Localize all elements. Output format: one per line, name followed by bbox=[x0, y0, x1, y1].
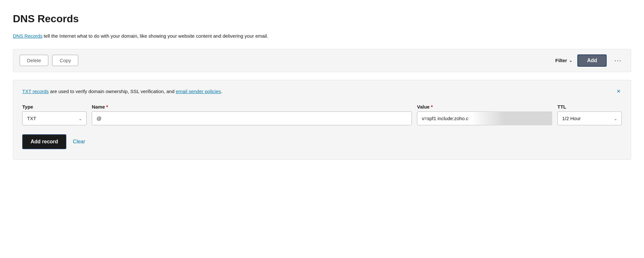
delete-button[interactable]: Delete bbox=[20, 55, 48, 66]
value-required-star: * bbox=[431, 104, 433, 110]
name-input[interactable] bbox=[92, 111, 412, 125]
filter-button[interactable]: Filter ⌄ bbox=[555, 58, 573, 63]
copy-button[interactable]: Copy bbox=[52, 55, 78, 66]
info-banner-text: TXT records are used to verify domain ow… bbox=[22, 88, 222, 95]
value-input-wrapper bbox=[417, 111, 552, 125]
email-sender-policies-link[interactable]: email sender policies bbox=[176, 89, 221, 94]
ttl-select-wrapper: 1/2 Hour 1 Hour 2 Hours 4 Hours 8 Hours … bbox=[557, 111, 622, 125]
actions-row: Add record Clear bbox=[22, 134, 622, 149]
value-input[interactable] bbox=[417, 111, 552, 125]
name-required-star: * bbox=[106, 104, 108, 110]
page-title: DNS Records bbox=[13, 13, 631, 25]
add-button[interactable]: Add bbox=[577, 54, 607, 67]
ttl-field-group: TTL 1/2 Hour 1 Hour 2 Hours 4 Hours 8 Ho… bbox=[557, 104, 622, 125]
more-options-button[interactable]: ··· bbox=[612, 55, 624, 65]
ttl-select[interactable]: 1/2 Hour 1 Hour 2 Hours 4 Hours 8 Hours … bbox=[557, 111, 622, 125]
clear-button[interactable]: Clear bbox=[73, 135, 85, 148]
dns-records-link[interactable]: DNS Records bbox=[13, 33, 43, 39]
description-paragraph: DNS Records tell the Internet what to do… bbox=[13, 33, 631, 40]
form-grid: Type TXT A AAAA CNAME MX NS SRV CAA ⌄ Na… bbox=[22, 104, 622, 125]
value-label: Value * bbox=[417, 104, 552, 110]
type-label: Type bbox=[22, 104, 87, 110]
type-field-group: Type TXT A AAAA CNAME MX NS SRV CAA ⌄ bbox=[22, 104, 87, 125]
info-banner: TXT records are used to verify domain ow… bbox=[22, 88, 622, 95]
toolbar-left: Delete Copy bbox=[20, 55, 78, 66]
toolbar-right: Filter ⌄ Add ··· bbox=[555, 54, 624, 67]
ttl-label: TTL bbox=[557, 104, 622, 110]
filter-chevron-icon: ⌄ bbox=[569, 58, 572, 63]
close-button[interactable]: × bbox=[615, 88, 622, 94]
txt-records-link[interactable]: TXT records bbox=[22, 89, 49, 94]
name-field-group: Name * bbox=[92, 104, 412, 125]
name-label: Name * bbox=[92, 104, 412, 110]
add-record-button[interactable]: Add record bbox=[22, 134, 66, 149]
info-panel: TXT records are used to verify domain ow… bbox=[13, 80, 631, 160]
type-select-wrapper: TXT A AAAA CNAME MX NS SRV CAA ⌄ bbox=[22, 111, 87, 125]
toolbar: Delete Copy Filter ⌄ Add ··· bbox=[13, 49, 631, 72]
type-select[interactable]: TXT A AAAA CNAME MX NS SRV CAA bbox=[22, 111, 87, 125]
value-field-group: Value * bbox=[417, 104, 552, 125]
